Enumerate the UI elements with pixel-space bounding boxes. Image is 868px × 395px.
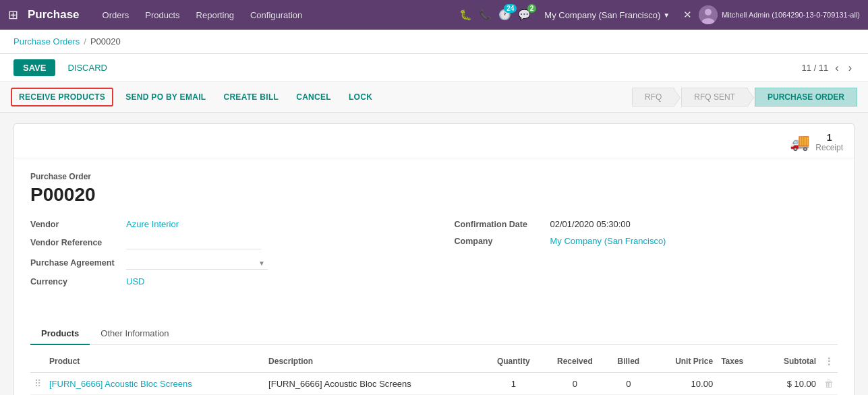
nav-orders[interactable]: Orders (96, 7, 136, 23)
col-billed-header: Billed (606, 351, 650, 373)
currency-label: Currency (30, 277, 118, 286)
form-right: Confirmation Date 02/01/2020 05:30:00 Co… (455, 219, 838, 293)
product-cell[interactable]: [FURN_6666] Acoustic Bloc Screens (45, 373, 264, 395)
save-button[interactable]: SAVE (13, 59, 55, 76)
send-po-email-button[interactable]: SEND PO BY EMAIL (120, 89, 211, 105)
main-content: 🚚 1 Receipt Purchase Order P00020 Vendor… (0, 113, 868, 395)
form-fields: Vendor Azure Interior Vendor Reference P… (30, 219, 838, 293)
pagination-count: 11 / 11 (802, 63, 829, 73)
vendor-reference-input[interactable] (126, 236, 261, 249)
currency-field: Currency USD (30, 276, 414, 286)
bug-icon[interactable]: 🐛 (459, 9, 472, 21)
stage-rfq-arrow-inner (673, 88, 680, 107)
quantity-cell[interactable]: 1 (484, 373, 543, 395)
purchase-agreement-label: Purchase Agreement (30, 258, 118, 268)
navbar-icons: 🐛 📞 🕐24 💬2 My Company (San Francisco) ▼ … (459, 5, 860, 24)
products-table: Product Description Quantity Received Bi… (30, 351, 838, 395)
tabs-bar: Products Other Information (30, 323, 838, 345)
receipt-label: Receipt (815, 143, 843, 152)
description-cell[interactable]: [FURN_6666] Acoustic Bloc Screens (264, 373, 484, 395)
nav-reporting[interactable]: Reporting (190, 7, 241, 23)
next-button[interactable]: › (846, 62, 855, 74)
phone-icon[interactable]: 📞 (479, 9, 492, 21)
workflow-stages: RFQ RFQ SENT PURCHASE ORDER (632, 88, 857, 107)
create-bill-button[interactable]: CREATE BILL (218, 89, 284, 105)
breadcrumb-parent[interactable]: Purchase Orders (13, 36, 80, 47)
receipt-widget: 🚚 1 Receipt (14, 124, 854, 158)
col-drag-header (30, 351, 45, 373)
breadcrumb-current: P00020 (90, 36, 121, 47)
receive-products-button[interactable]: RECEIVE PRODUCTS (11, 88, 113, 107)
col-subtotal-header: Subtotal (761, 351, 820, 373)
lock-button[interactable]: LOCK (343, 89, 378, 105)
company-value[interactable]: My Company (San Francisco) (550, 236, 666, 246)
svg-point-1 (705, 9, 712, 16)
col-unit-price-header: Unit Price (650, 351, 717, 373)
vendor-value[interactable]: Azure Interior (126, 219, 179, 229)
drag-handle-cell[interactable]: ⠿ (30, 373, 45, 395)
stage-rfq-sent[interactable]: RFQ SENT (681, 88, 748, 107)
purchase-agreement-select-wrapper: ▼ (126, 256, 268, 270)
form-body: Purchase Order P00020 Vendor Azure Inter… (14, 158, 854, 323)
vendor-reference-field: Vendor Reference (30, 236, 414, 249)
col-quantity-header: Quantity (484, 351, 543, 373)
clock-badge: 24 (504, 4, 517, 13)
chat-badge: 2 (527, 4, 537, 13)
navbar-menu: Orders Products Reporting Configuration (96, 7, 460, 23)
clock-icon[interactable]: 🕐24 (498, 9, 511, 21)
app-name: Purchase (28, 8, 80, 22)
cancel-button[interactable]: CANCEL (291, 89, 337, 105)
company-switcher[interactable]: My Company (San Francisco) ▼ (544, 10, 670, 20)
stage-rfq-sent-arrow-inner (747, 88, 753, 107)
billed-cell: 0 (606, 373, 650, 395)
vendor-field: Vendor Azure Interior (30, 219, 414, 229)
delete-row-icon[interactable]: 🗑 (824, 378, 834, 389)
column-options-icon[interactable]: ⋮ (824, 356, 834, 367)
nav-products[interactable]: Products (138, 7, 186, 23)
currency-value[interactable]: USD (126, 276, 144, 286)
settings-icon[interactable]: ✕ (683, 9, 692, 21)
table-row: ⠿ [FURN_6666] Acoustic Bloc Screens [FUR… (30, 373, 838, 395)
col-product-header: Product (45, 351, 264, 373)
confirmation-date-field: Confirmation Date 02/01/2020 05:30:00 (455, 219, 838, 229)
form-card: 🚚 1 Receipt Purchase Order P00020 Vendor… (13, 123, 855, 395)
company-label: Company (455, 237, 542, 246)
drag-handle-icon[interactable]: ⠿ (34, 378, 41, 389)
breadcrumb-separator: / (84, 36, 86, 47)
subtotal-cell: $ 10.00 (761, 373, 820, 395)
purchase-agreement-field: Purchase Agreement ▼ (30, 256, 414, 270)
form-title: P00020 (30, 184, 838, 206)
confirmation-date-value: 02/01/2020 05:30:00 (550, 219, 631, 229)
chat-icon[interactable]: 💬2 (518, 9, 531, 21)
user-menu[interactable]: Mitchell Admin (1064290-13-0-709131-all) (699, 5, 860, 24)
discard-button[interactable]: DISCARD (61, 59, 114, 76)
stage-purchase-order[interactable]: PURCHASE ORDER (755, 88, 857, 107)
user-name: Mitchell Admin (1064290-13-0-709131-all) (722, 11, 860, 19)
grid-icon[interactable]: ⊞ (8, 7, 18, 22)
table-body: ⠿ [FURN_6666] Acoustic Bloc Screens [FUR… (30, 373, 838, 395)
stage-rfq-label: RFQ (645, 92, 662, 102)
stage-rfq[interactable]: RFQ (632, 88, 674, 107)
truck-icon: 🚚 (790, 133, 810, 152)
avatar (699, 5, 718, 24)
unit-price-cell[interactable]: 10.00 (650, 373, 717, 395)
col-actions-header: ⋮ (820, 351, 838, 373)
tab-other-information[interactable]: Other Information (90, 323, 179, 345)
receipt-count: 1 (815, 132, 843, 143)
vendor-label: Vendor (30, 220, 118, 229)
col-received-header: Received (543, 351, 606, 373)
company-field: Company My Company (San Francisco) (455, 236, 838, 246)
prev-button[interactable]: ‹ (832, 62, 841, 74)
stage-purchase-order-label: PURCHASE ORDER (768, 92, 844, 102)
tab-products[interactable]: Products (30, 323, 90, 345)
pagination: 11 / 11 ‹ › (802, 62, 855, 74)
purchase-agreement-select[interactable] (126, 256, 268, 270)
company-dropdown-icon: ▼ (663, 11, 670, 19)
delete-cell: 🗑 (820, 373, 838, 395)
tab-content-products: Product Description Quantity Received Bi… (14, 351, 854, 395)
nav-configuration[interactable]: Configuration (243, 7, 309, 23)
receipt-button[interactable]: 🚚 1 Receipt (790, 132, 843, 152)
taxes-cell[interactable] (717, 373, 761, 395)
navbar: ⊞ Purchase Orders Products Reporting Con… (0, 0, 868, 30)
company-name: My Company (San Francisco) (544, 10, 660, 20)
